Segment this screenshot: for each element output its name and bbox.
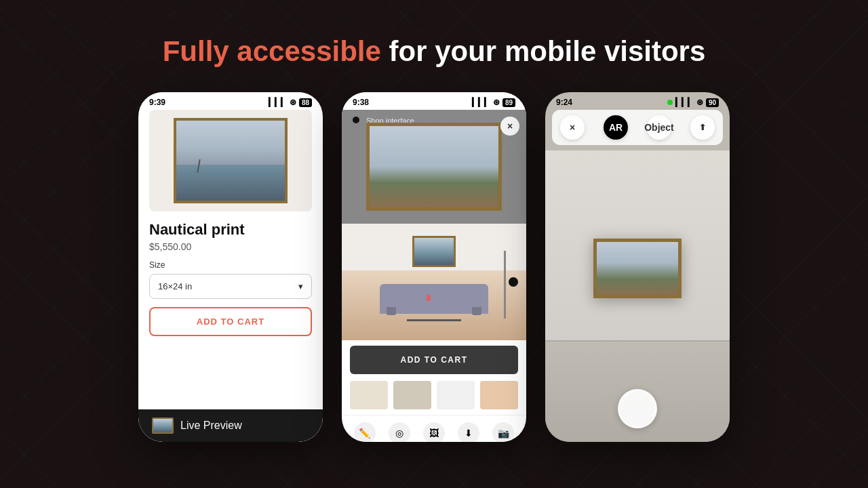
ar-icon-button[interactable]: ◎: [389, 422, 410, 442]
size-select[interactable]: 16×24 in ▾: [149, 274, 312, 299]
battery-badge: 88: [299, 98, 312, 107]
product-title: Nautical print: [149, 221, 312, 239]
ar-button[interactable]: AR: [604, 115, 628, 140]
vase: [426, 294, 431, 305]
coffee-table: [407, 319, 461, 321]
phone-1: 9:39 ▎▎▎ ⊛ 88 Nautical print $5,550.00 S…: [138, 92, 323, 442]
phone2-top-viewer: Shop interface ×: [342, 110, 526, 224]
phone2-painting: [366, 123, 502, 211]
phone3-status-right: ▎▎▎ ⊛ 90: [667, 98, 719, 107]
signal-icon: ▎▎▎: [269, 98, 287, 107]
ar-painting: [593, 239, 682, 298]
phone2-status-right: ▎▎▎ ⊛ 89: [472, 98, 515, 107]
close-icon: ×: [507, 121, 513, 131]
wifi-icon: ⊛: [493, 98, 500, 107]
size-display: 🖼: [423, 422, 445, 442]
thumbnail-3[interactable]: [437, 381, 475, 409]
download-icon-button[interactable]: ⬇: [458, 422, 479, 442]
nautical-painting: [174, 118, 288, 203]
phone2-room-section: [342, 224, 526, 340]
chevron-down-icon: ▾: [298, 281, 303, 291]
phone2-toolbar: ✏️ ◎ 🖼 ⬇ 📷: [342, 415, 526, 442]
phone-2: 9:38 ▎▎▎ ⊛ 89 Shop interface ×: [342, 92, 526, 442]
room-painting: [412, 236, 456, 267]
headline-accent: Fully accessible: [163, 35, 381, 67]
phone1-status-right: ▎▎▎ ⊛ 88: [269, 98, 312, 107]
thumbnail-2[interactable]: [393, 381, 431, 409]
status-dot: [667, 100, 673, 105]
phone3-ar-scene: [545, 150, 730, 442]
signal-icon: ▎▎▎: [472, 98, 490, 107]
close-icon: ×: [570, 122, 575, 133]
object-label: Object: [644, 122, 674, 133]
phone1-status-bar: 9:39 ▎▎▎ ⊛ 88: [138, 92, 323, 110]
phone-3: 9:24 ▎▎▎ ⊛ 90 × AR Object ⬆: [545, 92, 730, 442]
phone1-time: 9:39: [149, 98, 165, 107]
add-to-cart-button[interactable]: AdD To CART: [149, 307, 312, 336]
share-icon: ⬆: [699, 123, 706, 132]
thumbnail-4[interactable]: [480, 381, 518, 409]
painting-sky: [176, 121, 285, 167]
flower: [427, 294, 431, 301]
phone2-status-bar: 9:38 ▎▎▎ ⊛ 89: [342, 92, 526, 110]
close-button[interactable]: ×: [500, 117, 519, 136]
phone3-ar-toolbar: × AR Object ⬆: [552, 110, 723, 145]
size-label: Size: [149, 260, 312, 270]
capture-button[interactable]: [618, 389, 657, 428]
painting-sea: [176, 165, 285, 201]
wifi-icon: ⊛: [696, 98, 703, 107]
phone2-bottom-section: ADD TO CART: [342, 346, 526, 415]
ar-label: AR: [609, 122, 623, 133]
battery-badge: 90: [706, 98, 719, 107]
slider-dot[interactable]: [509, 277, 518, 287]
product-price: $5,550.00: [149, 241, 312, 252]
battery-badge: 89: [502, 98, 515, 107]
phone2-time: 9:38: [353, 98, 369, 107]
page-headline: Fully accessible for your mobile visitor…: [163, 35, 706, 68]
close-button[interactable]: ×: [560, 115, 585, 140]
live-preview-thumbnail: [152, 418, 174, 434]
floor-lamp: [504, 251, 506, 319]
image-icon-button[interactable]: 🖼: [423, 422, 445, 442]
share-button[interactable]: ⬆: [690, 115, 715, 140]
phone3-status-bar: 9:24 ▎▎▎ ⊛ 90: [545, 92, 730, 110]
live-preview-label: Live Preview: [180, 420, 242, 432]
thumbnail-1[interactable]: [350, 381, 388, 409]
sofa-leg-right: [472, 307, 481, 315]
phone1-art-frame: [149, 110, 312, 211]
phone1-content: Nautical print $5,550.00 Size 16×24 in ▾…: [138, 110, 323, 336]
camera-icon-button[interactable]: 📷: [492, 422, 514, 442]
object-button[interactable]: Object: [647, 115, 671, 140]
room-sofa-group: [380, 284, 488, 321]
wifi-icon: ⊛: [290, 98, 296, 107]
phones-container: 9:39 ▎▎▎ ⊛ 88 Nautical print $5,550.00 S…: [138, 92, 730, 442]
phone3-time: 9:24: [556, 98, 572, 107]
sofa-leg-left: [387, 307, 396, 315]
size-select-value: 16×24 in: [158, 281, 192, 291]
dot-indicator: [353, 117, 359, 123]
headline-rest: for your mobile visitors: [381, 35, 705, 67]
ar-floor-junction: [545, 340, 730, 342]
live-preview-bar[interactable]: Live Preview: [138, 409, 323, 442]
edit-icon-button[interactable]: ✏️: [354, 422, 376, 442]
add-to-cart-button[interactable]: ADD TO CART: [350, 346, 518, 374]
room-sofa: [380, 284, 488, 314]
signal-icon: ▎▎▎: [675, 98, 694, 107]
phone2-thumbnails: [350, 381, 518, 415]
